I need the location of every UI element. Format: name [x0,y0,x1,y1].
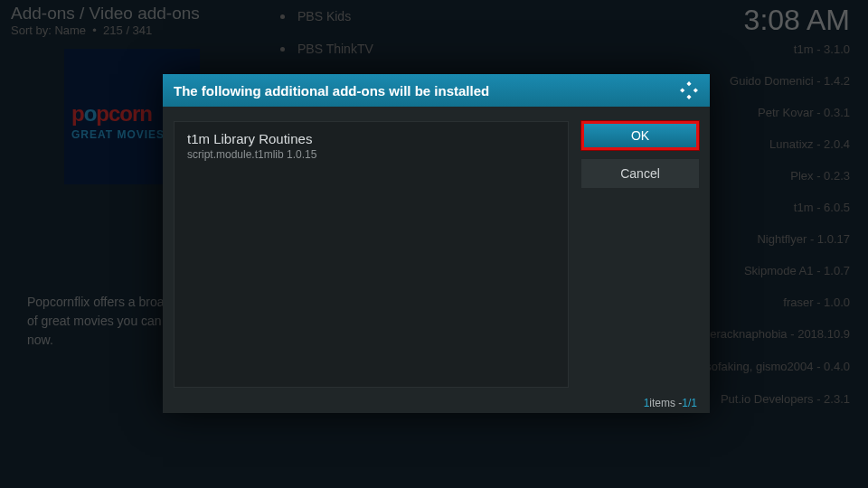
cancel-button[interactable]: Cancel [581,159,699,188]
bullet-icon [280,47,285,52]
logo-tagline: GREAT MOVIES [71,128,165,141]
addon-meta: eracknaphobia - 2018.10.9 [710,327,850,341]
sort-line: Sort by: Name • 215 / 341 [11,23,200,37]
dialog-footer: 1 items - 1/1 [163,393,710,413]
addon-meta: t1m - 6.0.5 [794,201,850,214]
header: Add-ons / Video add-ons Sort by: Name • … [11,4,200,37]
footer-pages: 1/1 [682,397,697,409]
footer-count: 1 [644,397,650,409]
list-item[interactable]: PBS ThinkTVt1m - 3.1.0 [280,33,868,65]
addon-meta: t1m - 3.1.0 [794,42,850,56]
bullet-icon [280,14,285,19]
addon-meta: Petr Kovar - 0.3.1 [758,106,850,119]
dialog-title-bar: The following additional add-ons will be… [163,74,710,107]
addon-meta: fraser - 1.0.0 [783,296,850,309]
addon-meta: Plex - 0.2.3 [790,169,850,183]
kodi-logo-icon [679,80,699,100]
dialog-title: The following additional add-ons will be… [174,83,489,99]
item-count: 215 / 341 [103,23,152,37]
addon-name: PBS Kids [297,9,351,23]
footer-label: items - [649,397,682,409]
dependency-id: script.module.t1mlib 1.0.15 [187,148,555,161]
addon-meta: Guido Domenici - 1.4.2 [730,74,850,88]
addon-meta: Nightflyer - 1.0.17 [757,232,850,246]
svg-rect-0 [686,81,691,86]
addon-meta: Lunatixz - 2.0.4 [769,137,850,151]
list-item[interactable]: t1m Library Routines script.module.t1mli… [187,131,555,161]
breadcrumb: Add-ons / Video add-ons [11,4,200,23]
list-item[interactable]: PBS Kids [280,0,868,33]
install-deps-dialog: The following additional add-ons will be… [163,74,710,413]
ok-button[interactable]: OK [581,121,699,150]
svg-rect-1 [686,95,691,99]
sort-label: Sort by: Name [11,23,86,37]
addon-meta: Skipmode A1 - 1.0.7 [744,264,850,277]
dependency-name: t1m Library Routines [187,131,555,146]
addon-meta: sofaking, gismo2004 - 0.4.0 [705,360,850,373]
logo-text: popcorn [71,101,152,127]
svg-rect-3 [693,88,698,92]
svg-rect-2 [680,88,684,92]
addon-name: PBS ThinkTV [297,42,373,56]
dependency-list[interactable]: t1m Library Routines script.module.t1mli… [174,121,569,388]
addon-meta: Put.io Developers - 2.3.1 [721,392,850,406]
